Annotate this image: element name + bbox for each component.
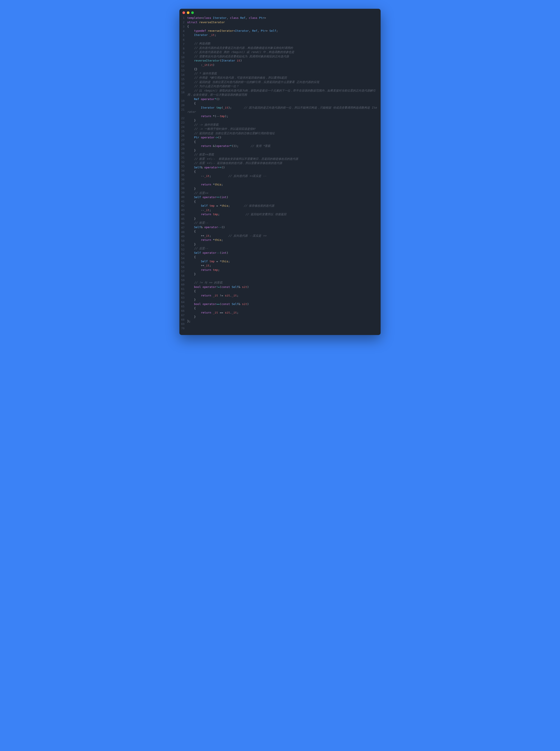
token-punct [187, 80, 194, 84]
token-kw: class [249, 16, 257, 19]
token-punct: { [187, 200, 196, 203]
token-type: Iterator [221, 59, 235, 62]
token-punct: ( [221, 106, 223, 109]
line-number: 37 [181, 182, 185, 186]
token-punct: . [230, 294, 232, 297]
token-comment: // 复用 *重载 [251, 144, 271, 148]
token-this: this [215, 238, 221, 242]
token-punct: ) [227, 251, 228, 254]
code-line: } [187, 216, 377, 221]
token-punct [187, 294, 201, 297]
token-punct [211, 294, 213, 297]
line-number: 27 [181, 138, 185, 142]
line-number: 4 [181, 29, 185, 33]
line-number: 17 [181, 86, 185, 90]
token-punct: ++ [187, 264, 204, 267]
token-kw: bool [194, 285, 201, 289]
code-area[interactable]: template<class Iterator, class Ref, clas… [187, 16, 381, 331]
line-number: 30 [181, 151, 185, 155]
token-param: sit [225, 311, 230, 314]
token-punct [187, 55, 194, 58]
token-punct: = * [215, 204, 221, 207]
token-punct [187, 84, 194, 88]
token-comment: // -> 一般用于指针操作，所以返回应该是指针 [194, 127, 256, 131]
code-line: Self operator--(int) [187, 251, 377, 255]
token-punct [187, 46, 194, 50]
maximize-dot-icon[interactable] [191, 12, 194, 14]
token-punct: ; [276, 29, 278, 33]
code-line: // 作用是 *解引用反向迭代器，可提供对返回值的修改，所以要用&返回 [187, 76, 377, 80]
token-punct [187, 161, 194, 165]
line-number: 42 [181, 204, 185, 208]
token-comment: // 需要将反向迭代器的成员变量初始化为 其调用对象的相应的正向迭代器 [194, 55, 289, 58]
token-kw: return [201, 311, 211, 314]
token-kw: operator [203, 285, 216, 289]
token-kw: return [201, 294, 211, 297]
token-punct [187, 132, 194, 135]
token-punct: & [239, 285, 242, 289]
code-editor: 1234567891011121314151617181920212223242… [179, 16, 381, 335]
code-line: { [187, 306, 377, 310]
code-line [187, 178, 377, 182]
code-line: // 构造函数 [187, 41, 377, 46]
token-type: Iterator [213, 16, 227, 19]
token-comment: // 返回的也是 当前位置正向迭代器的迁移位置解引用的取地址 [194, 132, 275, 135]
code-line: } [187, 315, 377, 319]
line-number: 26 [181, 134, 185, 138]
line-number: 66 [181, 309, 185, 313]
token-punct [187, 72, 194, 75]
token-fn: -- [216, 251, 220, 254]
code-line: // != 与 == 的重载 [187, 281, 377, 285]
minimize-dot-icon[interactable] [187, 12, 189, 14]
token-type: Self [201, 204, 207, 207]
code-window: 1234567891011121314151617181920212223242… [179, 9, 381, 335]
token-comment: // 保存修改前的迭代器 [244, 204, 274, 207]
token-punct: } [187, 298, 196, 301]
token-this: this [221, 204, 228, 207]
line-number: 22 [181, 116, 185, 120]
line-number: 67 [181, 313, 185, 317]
token-param: sit [225, 294, 230, 297]
code-line: { [187, 229, 377, 234]
token-punct [187, 59, 194, 62]
token-punct: { [187, 307, 196, 310]
token-comment: // 反向迭代器 ++其实是 -- [228, 174, 266, 177]
code-line: // -> 操作符重载 [187, 122, 377, 127]
line-number: 54 [181, 256, 185, 261]
token-punct [201, 195, 203, 199]
token-punct [187, 213, 201, 216]
token-punct: : [187, 63, 203, 66]
line-number: 2 [181, 20, 185, 24]
code-line: typedef reverseIterator<Iterator, Ref, P… [187, 29, 377, 33]
line-number: 50 [181, 239, 185, 243]
code-line: // -> 一般用于指针操作，所以返回应该是指针 [187, 127, 377, 131]
token-punct [187, 268, 201, 271]
code-line: return &(operator*()); // 复用 *重载 [187, 144, 377, 148]
token-punct: } [187, 272, 196, 276]
token-fn: reverseIterator [194, 59, 220, 62]
code-line: // 为什么是正向迭代器的前一位？ [187, 84, 377, 89]
code-line: --_it; // 反向迭代器 ++其实是 -- [187, 174, 377, 178]
token-type: Self [232, 285, 238, 289]
line-number: 23 [181, 120, 185, 125]
token-punct [187, 29, 194, 33]
line-number: 60 [181, 283, 185, 287]
line-number: 25 [181, 129, 185, 134]
token-punct: ; [218, 268, 220, 271]
token-comment: // 后置 ++\-- 返回修改前的迭代器，所以需要保存修改前的迭代器 [194, 161, 282, 165]
code-line: reverseIterator(Iterator it) [187, 58, 377, 63]
token-punct [201, 285, 203, 289]
code-line: return tmp; // 返回临时变量所以 传值返回 [187, 212, 377, 216]
token-punct [215, 106, 216, 109]
close-dot-icon[interactable] [182, 12, 185, 14]
token-comment: // 反向迭代器就是在 类的 rbegin() 或 rend() 中，构造函数的… [194, 50, 294, 54]
line-number: 43 [181, 208, 185, 212]
code-line: Self& operator--() [187, 225, 377, 229]
token-comment: // 作用是 *解引用反向迭代器，可提供对返回值的修改，所以要用&返回 [194, 76, 287, 79]
line-number: 41 [181, 199, 185, 204]
token-comment: // 返回的是 当前位置正向迭代器的前一位的解引用，实质返回的是什么需要看 正向… [194, 80, 319, 84]
token-punct: > [266, 29, 269, 33]
token-punct: & [201, 226, 204, 229]
code-line: // 需要将反向迭代器的成员变量初始化为 其调用对象的相应的正向迭代器 [187, 54, 377, 59]
token-punct: > [264, 16, 266, 19]
